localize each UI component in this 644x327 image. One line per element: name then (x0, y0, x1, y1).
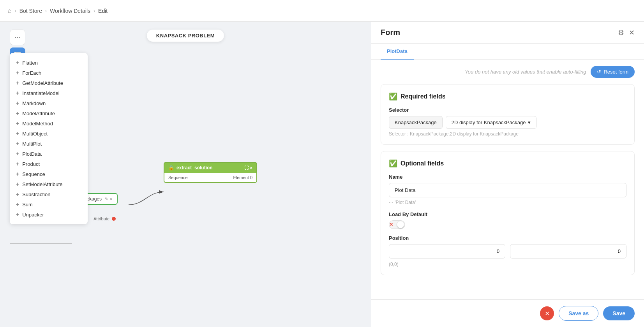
menu-item-foreach[interactable]: +ForEach (10, 68, 88, 78)
node-extract-label: extract_solution (176, 165, 213, 171)
menu-item-multiobject[interactable]: +MultiObject (10, 128, 88, 139)
save-as-button[interactable]: Save as (559, 306, 598, 321)
plus-icon: + (16, 70, 19, 76)
plus-icon: + (16, 161, 19, 167)
plus-icon: + (16, 151, 19, 157)
menu-item-modelmethod[interactable]: +ModelMethod (10, 118, 88, 128)
attribute-dot (112, 217, 116, 221)
selector-dropdown-label: 2D display for KnapsackPackage (452, 120, 526, 125)
panel-title: Form (381, 28, 400, 37)
node-extract-actions: ⛶ × (244, 165, 252, 170)
load-default-label: Load By Default (389, 211, 626, 217)
optional-fields-section: ✅ Optional fields Name - - 'Plot Data' L… (381, 151, 635, 275)
menu-item-plotdata[interactable]: +PlotData (10, 149, 88, 159)
position-hint: (0,0) (389, 262, 626, 267)
lock-icon: 🔒 (168, 165, 174, 171)
panel-close-icon[interactable]: ✕ (629, 28, 635, 37)
selector-dropdown[interactable]: 2D display for KnapsackPackage ▾ (446, 116, 537, 129)
main-container: ⋯ ⬜ KNAPSACK PROBLEM +Flatten+ForEach+Ge… (0, 22, 644, 327)
sep-3: › (94, 8, 95, 14)
node-packages-actions: ✎ × (105, 197, 112, 202)
auto-fill-bar: You do not have any old values that enab… (381, 66, 635, 78)
load-default-toggle[interactable]: ✕ (389, 220, 405, 229)
canvas-area[interactable]: ⋯ ⬜ KNAPSACK PROBLEM +Flatten+ForEach+Ge… (0, 22, 371, 327)
optional-fields-title: Optional fields (401, 160, 444, 167)
element-label: Element 0 (233, 175, 252, 180)
panel-body: You do not have any old values that enab… (371, 60, 644, 299)
node-extract-body: Sequence Element 0 (164, 173, 256, 182)
plus-icon: + (16, 181, 19, 187)
position-label: Position (389, 235, 626, 241)
panel-footer: ✕ Save as Save (371, 299, 644, 327)
required-fields-header: ✅ Required fields (389, 92, 626, 101)
plus-icon: + (16, 120, 19, 127)
plus-icon: + (16, 80, 19, 86)
sequence-label: Sequence (168, 175, 188, 180)
menu-item-markdown[interactable]: +Markdown (10, 98, 88, 108)
sep-2: › (45, 8, 47, 14)
optional-check-icon: ✅ (389, 159, 397, 168)
selector-hint: Selector : KnapsackPackage.2D display fo… (389, 131, 626, 137)
grid-icon[interactable]: ⋯ (10, 30, 25, 45)
home-icon[interactable]: ⌂ (8, 7, 12, 14)
plus-icon: + (16, 60, 19, 66)
required-fields-section: ✅ Required fields Selector KnapsackPacka… (381, 84, 635, 145)
selector-tag: KnapsackPackage (389, 116, 443, 129)
edit-icon[interactable]: ✎ (105, 197, 108, 202)
panel-tabs: PlotData (371, 44, 644, 60)
menu-item-sum[interactable]: +Sum (10, 199, 88, 209)
workflow-title: KNAPSACK PROBLEM (147, 30, 224, 42)
breadcrumb: ⌂ › Bot Store › Workflow Details › Edit (0, 0, 644, 22)
plus-icon: + (16, 130, 19, 137)
menu-item-flatten[interactable]: +Flatten (10, 58, 88, 68)
sep-1: › (15, 8, 16, 14)
plus-icon: + (16, 141, 19, 147)
position-x-input[interactable] (389, 244, 505, 258)
optional-fields-header: ✅ Optional fields (389, 159, 626, 168)
reset-icon: ↺ (597, 69, 601, 75)
reset-form-button[interactable]: ↺ Reset form (591, 66, 635, 78)
plus-icon: + (16, 171, 19, 177)
required-check-icon: ✅ (389, 92, 397, 101)
hint-dashes: - - (389, 200, 393, 205)
panel-header: Form ⚙ ✕ (371, 22, 644, 44)
node-extract[interactable]: 🔒 extract_solution ⛶ × Sequence Element … (164, 162, 257, 183)
position-y-input[interactable] (510, 244, 626, 258)
breadcrumb-workflow-details[interactable]: Workflow Details (50, 8, 90, 14)
menu-item-getmodelattribute[interactable]: +GetModelAttribute (10, 78, 88, 88)
expand-icon[interactable]: ⛶ (244, 165, 249, 170)
plus-icon: + (16, 100, 19, 106)
menu-list: +Flatten+ForEach+GetModelAttribute+Insta… (10, 53, 88, 224)
menu-item-unpacker[interactable]: +Unpacker (10, 209, 88, 220)
menu-item-substraction[interactable]: +Substraction (10, 189, 88, 199)
attribute-label: Attribute (94, 216, 109, 221)
breadcrumb-bot-store[interactable]: Bot Store (19, 8, 42, 14)
right-panel: Form ⚙ ✕ PlotData You do not have any ol… (371, 22, 644, 327)
node-attribute: Attribute (94, 216, 116, 221)
close-icon[interactable]: × (110, 197, 112, 202)
plus-icon: + (16, 90, 19, 96)
menu-item-sequence[interactable]: +Sequence (10, 169, 88, 179)
menu-item-multiplot[interactable]: +MultiPlot (10, 139, 88, 149)
tab-plotdata[interactable]: PlotData (381, 44, 414, 60)
hint-value: 'Plot Data' (395, 200, 416, 205)
delete-button[interactable]: ✕ (540, 306, 554, 320)
toggle-knob (397, 221, 404, 228)
menu-item-instantiatemodel[interactable]: +InstantiateModel (10, 88, 88, 98)
plus-icon: + (16, 110, 19, 116)
settings-icon[interactable]: ⚙ (618, 28, 624, 37)
name-label: Name (389, 174, 626, 180)
required-fields-title: Required fields (401, 93, 446, 100)
selector-row: KnapsackPackage 2D display for KnapsackP… (389, 116, 626, 129)
menu-item-product[interactable]: +Product (10, 159, 88, 169)
menu-item-modelattribute[interactable]: +ModelAttribute (10, 108, 88, 118)
toggle-row: ✕ (389, 220, 626, 229)
node-extract-header: 🔒 extract_solution ⛶ × (164, 163, 256, 173)
plus-icon: + (16, 191, 19, 197)
menu-item-setmodelattribute[interactable]: +SetModelAttribute (10, 179, 88, 189)
name-input[interactable] (389, 183, 626, 197)
position-row (389, 244, 626, 258)
close-node-icon[interactable]: × (250, 165, 252, 170)
save-button[interactable]: Save (603, 306, 635, 320)
plus-icon: + (16, 211, 19, 218)
